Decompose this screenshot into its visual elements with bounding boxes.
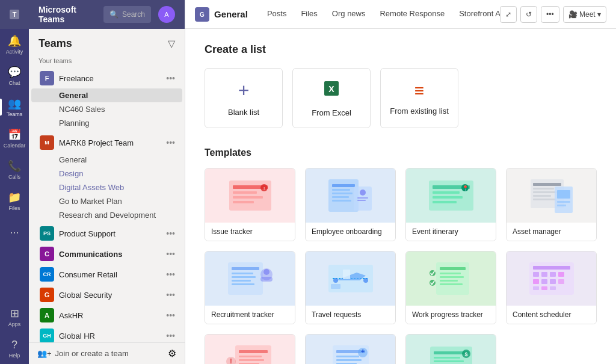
more-button[interactable]: •••	[541, 6, 559, 23]
svg-rect-78	[239, 359, 264, 361]
channel-item-design[interactable]: Design	[31, 167, 182, 180]
template-recruitment[interactable]: Recruitment tracker	[205, 251, 295, 324]
team-item-freelance[interactable]: F Freelance •••	[31, 68, 182, 88]
template-thumb-onboarding	[306, 168, 395, 223]
team-item-comms[interactable]: C Communications •••	[31, 244, 182, 264]
template-asset[interactable]: Asset manager	[506, 168, 597, 241]
channel-item-rd[interactable]: Research and Development	[31, 208, 182, 222]
team-more-global-sec[interactable]: •••	[166, 290, 175, 300]
template-label-asset: Asset manager	[507, 223, 596, 241]
svg-point-47	[263, 269, 270, 275]
svg-rect-10	[233, 201, 254, 203]
svg-rect-34	[533, 195, 551, 197]
svg-rect-67	[558, 272, 564, 277]
join-create-team[interactable]: 👥+ Join or create a team	[37, 349, 129, 358]
tab-posts[interactable]: Posts	[260, 0, 294, 28]
nav-item-apps[interactable]: ⊞ Apps	[0, 301, 29, 333]
svg-rect-16	[332, 193, 353, 194]
filter-icon[interactable]: ▽	[168, 38, 175, 49]
template-incidents[interactable]: ! Incidents	[205, 334, 295, 364]
template-patients[interactable]: Patients	[305, 334, 396, 364]
svg-rect-85	[336, 356, 359, 357]
svg-rect-42	[232, 273, 253, 274]
top-bar: Microsoft Teams 🔍 Search A	[29, 0, 185, 29]
channel-tabs: Posts Files Org news Remote Response Sto…	[260, 0, 500, 28]
search-icon: 🔍	[109, 10, 119, 19]
channel-item-nc460[interactable]: NC460 Sales	[31, 102, 182, 116]
nav-item-help[interactable]: ? Help	[0, 333, 29, 364]
nav-label-help: Help	[9, 353, 20, 359]
nav-item-calls[interactable]: 📞 Calls	[0, 154, 29, 185]
svg-rect-35	[533, 199, 556, 200]
team-avatar-global-hr: GH	[40, 329, 54, 342]
teams-list: F Freelance ••• General NC460 Sales Plan…	[29, 67, 185, 342]
svg-point-20	[360, 190, 366, 196]
team-more-askhr[interactable]: •••	[166, 310, 175, 320]
team-item-mark8[interactable]: M MARK8 Project Team •••	[31, 132, 182, 153]
tab-orgnews[interactable]: Org news	[325, 0, 373, 28]
template-content[interactable]: Content scheduler	[506, 251, 597, 324]
svg-text:📍: 📍	[461, 185, 469, 192]
calls-icon: 📞	[8, 159, 21, 173]
team-more-comms[interactable]: •••	[166, 249, 175, 259]
template-thumb-incidents: !	[205, 335, 295, 364]
channel-item-planning[interactable]: Planning	[31, 116, 182, 130]
svg-rect-52	[331, 284, 340, 289]
settings-icon[interactable]: ⚙	[168, 348, 176, 359]
nav-label-calls: Calls	[8, 174, 20, 180]
nav-item-activity[interactable]: 🔔 Activity	[0, 29, 29, 60]
user-avatar[interactable]: A	[158, 6, 175, 23]
template-issue[interactable]: ! Issue tracker	[205, 168, 295, 241]
template-thumb-recruitment	[205, 251, 295, 306]
expand-button[interactable]: ⤢	[500, 6, 517, 23]
svg-rect-77	[239, 356, 262, 357]
team-item-consumer[interactable]: CR Consumer Retail •••	[31, 264, 182, 285]
template-work[interactable]: Work progress tracker	[405, 251, 496, 324]
team-item-askhr[interactable]: A AskHR •••	[31, 305, 182, 325]
template-thumb-content	[507, 251, 596, 306]
template-loans[interactable]: $ Loans	[405, 334, 496, 364]
team-item-global-hr[interactable]: GH Global HR •••	[31, 325, 182, 342]
nav-item-chat[interactable]: 💬 Chat	[0, 60, 29, 91]
team-more-global-hr[interactable]: •••	[166, 331, 175, 341]
team-more-mark8[interactable]: •••	[166, 138, 175, 147]
team-avatar-consumer: CR	[40, 267, 54, 282]
svg-rect-25	[433, 191, 460, 194]
search-box[interactable]: 🔍 Search	[103, 6, 151, 23]
refresh-button[interactable]: ↺	[520, 6, 537, 23]
nav-item-files[interactable]: 📁 Files	[0, 185, 29, 217]
svg-rect-72	[533, 286, 539, 290]
svg-rect-71	[558, 279, 564, 284]
meet-button[interactable]: 🎥 Meet ▾	[563, 6, 606, 23]
template-label-onboarding: Employee onboarding	[306, 223, 395, 241]
tab-storefront[interactable]: Storefront Approvals	[452, 0, 500, 28]
template-thumb-issue: !	[205, 168, 295, 223]
team-item-product[interactable]: PS Product Support •••	[31, 223, 182, 244]
nav-item-calendar[interactable]: 📅 Calendar	[0, 123, 29, 154]
team-more-freelance[interactable]: •••	[166, 73, 175, 83]
blank-list-option[interactable]: + Blank list	[205, 68, 283, 128]
template-travel[interactable]: Travel requests	[305, 251, 396, 324]
channel-item-general[interactable]: General	[31, 88, 182, 102]
channel-item-general-m[interactable]: General	[31, 153, 182, 167]
team-group-mark8: M MARK8 Project Team ••• General Design …	[29, 131, 185, 223]
teams-icon: 👥	[8, 97, 21, 110]
tab-remote[interactable]: Remote Response	[372, 0, 452, 28]
existing-icon: ≡	[414, 81, 424, 100]
team-more-consumer[interactable]: •••	[166, 270, 175, 279]
template-event[interactable]: 📍 Event itinerary	[405, 168, 496, 241]
template-onboarding[interactable]: Employee onboarding	[305, 168, 396, 241]
from-existing-option[interactable]: ≡ From existing list	[380, 68, 458, 128]
team-more-product[interactable]: •••	[166, 229, 175, 238]
tab-files[interactable]: Files	[294, 0, 324, 28]
nav-item-more[interactable]: ···	[0, 217, 29, 248]
channel-item-gtm[interactable]: Go to Market Plan	[31, 194, 182, 208]
chat-icon: 💬	[8, 66, 21, 79]
channel-item-digital[interactable]: Digital Assets Web	[31, 180, 182, 194]
from-excel-option[interactable]: X From Excel	[292, 68, 371, 128]
nav-item-teams[interactable]: 👥 Teams	[0, 91, 29, 123]
team-item-global-sec[interactable]: G Global Security •••	[31, 285, 182, 305]
join-icon: 👥+	[37, 349, 52, 358]
files-icon: 📁	[8, 191, 21, 204]
svg-rect-93	[434, 357, 460, 359]
